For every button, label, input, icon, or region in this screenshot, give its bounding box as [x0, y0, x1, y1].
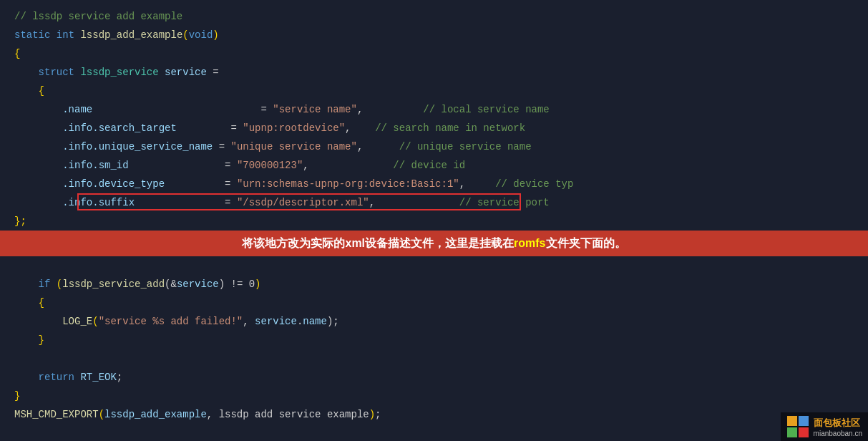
annotation-bar: 将该地方改为实际的xml设备描述文件，这里是挂载在romfs文件夹下面的。 — [0, 231, 868, 256]
line-6-content: .name = "service name", // local service… — [0, 101, 550, 118]
code-line-blank — [0, 256, 868, 275]
svg-rect-3 — [799, 427, 809, 437]
line-3-content: { — [0, 45, 20, 62]
code-line-4: struct lssdp_service service = — [0, 63, 868, 82]
line-4-content: struct lssdp_service service = — [0, 64, 219, 81]
line-11-content: .info.suffix = "/ssdp/descriptor.xml", /… — [0, 194, 550, 211]
watermark-text: 面包板社区 mianbaoban.cn — [814, 417, 862, 437]
code-line-brace-open: { — [0, 294, 868, 312]
code-line-loge: LOG_E("service %s add failed!", service.… — [0, 312, 868, 331]
line-brace-close-content: } — [0, 331, 44, 349]
line-loge-content: LOG_E("service %s add failed!", service.… — [0, 313, 339, 330]
code-line-blank2 — [0, 349, 868, 368]
code-line-8: .info.unique_service_name = "unique serv… — [0, 137, 868, 156]
code-line-return: return RT_EOK; — [0, 368, 868, 387]
code-line-10: .info.device_type = "urn:schemas-upnp-or… — [0, 175, 868, 193]
line-12-content: }; — [0, 213, 26, 230]
line-9-content: .info.sm_id = "700000123", // device id — [0, 157, 465, 174]
code-line-msh: MSH_CMD_EXPORT(lssdp_add_example, lssdp … — [0, 405, 868, 424]
line-8-content: .info.unique_service_name = "unique serv… — [0, 138, 532, 155]
code-line-1: // lssdp service add example — [0, 7, 868, 26]
code-line-3: { — [0, 44, 868, 63]
code-line-closing-brace: } — [0, 387, 868, 405]
line-blank2-content — [0, 350, 20, 367]
line-1-content: // lssdp service add example — [0, 8, 182, 25]
line-if-content: if (lssdp_service_add(&service) != 0) — [0, 276, 261, 293]
line-blank-content — [0, 257, 20, 274]
line-2-content: static int lssdp_add_example(void) — [0, 26, 219, 44]
line-7-content: .info.search_target = "upnp:rootdevice",… — [0, 120, 525, 137]
svg-rect-2 — [787, 427, 797, 437]
line-brace-open-content: { — [0, 294, 44, 311]
svg-rect-0 — [787, 416, 797, 426]
line-msh-content: MSH_CMD_EXPORT(lssdp_add_example, lssdp … — [0, 406, 381, 423]
code-container: // lssdp service add example static int … — [0, 0, 868, 441]
line-5-content: { — [0, 82, 44, 100]
line-return-content: return RT_EOK; — [0, 369, 122, 386]
code-line-if: if (lssdp_service_add(&service) != 0) — [0, 275, 868, 294]
line-10-content: .info.device_type = "urn:schemas-upnp-or… — [0, 175, 573, 193]
watermark-cn-label: 面包板社区 — [814, 417, 860, 430]
code-line-7: .info.search_target = "upnp:rootdevice",… — [0, 119, 868, 137]
code-line-2: static int lssdp_add_example(void) — [0, 26, 868, 44]
watermark-icon — [786, 415, 809, 438]
code-line-9: .info.sm_id = "700000123", // device id — [0, 156, 868, 175]
code-line-brace-close: } — [0, 331, 868, 349]
watermark: 面包板社区 mianbaoban.cn — [781, 412, 868, 441]
svg-rect-1 — [799, 416, 809, 426]
annotation-romfs: romfs — [514, 237, 545, 249]
watermark-en-label: mianbaoban.cn — [814, 430, 862, 437]
line-closing-brace-content: } — [0, 387, 20, 404]
code-line-5: { — [0, 82, 868, 100]
annotation-text-after: 文件夹下面的。 — [546, 237, 626, 249]
code-line-11: .info.suffix = "/ssdp/descriptor.xml", /… — [0, 193, 868, 212]
annotation-text-before: 将该地方改为实际的xml设备描述文件，这里是挂载在 — [242, 237, 514, 249]
code-line-6: .name = "service name", // local service… — [0, 100, 868, 119]
code-line-12: }; — [0, 212, 868, 231]
